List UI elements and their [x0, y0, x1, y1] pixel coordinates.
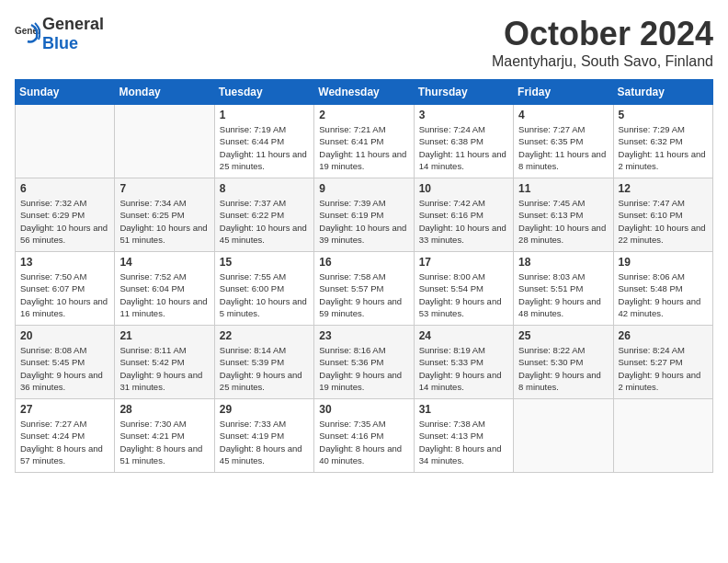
logo-icon: General	[15, 21, 40, 47]
calendar-cell: 24Sunrise: 8:19 AMSunset: 5:33 PMDayligh…	[414, 326, 513, 399]
day-info: Sunrise: 7:39 AMSunset: 6:19 PMDaylight:…	[319, 197, 408, 246]
calendar-cell: 22Sunrise: 8:14 AMSunset: 5:39 PMDayligh…	[214, 326, 313, 399]
day-number: 10	[419, 182, 508, 195]
calendar-cell: 20Sunrise: 8:08 AMSunset: 5:45 PMDayligh…	[16, 326, 115, 399]
day-number: 28	[119, 403, 209, 416]
calendar-cell: 31Sunrise: 7:38 AMSunset: 4:13 PMDayligh…	[414, 399, 513, 473]
calendar-cell: 12Sunrise: 7:47 AMSunset: 6:10 PMDayligh…	[613, 178, 712, 252]
calendar-cell	[514, 399, 613, 473]
calendar-cell: 25Sunrise: 8:22 AMSunset: 5:30 PMDayligh…	[514, 326, 613, 399]
day-info: Sunrise: 7:50 AMSunset: 6:07 PMDaylight:…	[20, 270, 109, 319]
day-number: 13	[20, 256, 109, 269]
day-number: 19	[619, 256, 708, 269]
day-info: Sunrise: 7:34 AMSunset: 6:25 PMDaylight:…	[119, 197, 209, 246]
page-header: General General Blue October 2024 Maenty…	[15, 15, 713, 70]
day-number: 23	[319, 329, 408, 342]
day-number: 4	[518, 109, 608, 121]
day-number: 18	[518, 256, 608, 269]
day-info: Sunrise: 8:08 AMSunset: 5:45 PMDaylight:…	[20, 344, 109, 393]
day-info: Sunrise: 7:58 AMSunset: 5:57 PMDaylight:…	[319, 270, 408, 319]
day-number: 5	[619, 109, 708, 121]
weekday-header-saturday: Saturday	[613, 80, 712, 105]
calendar-cell: 10Sunrise: 7:42 AMSunset: 6:16 PMDayligh…	[414, 178, 513, 252]
calendar-cell: 27Sunrise: 7:27 AMSunset: 4:24 PMDayligh…	[16, 399, 115, 473]
logo-text: General Blue	[42, 15, 104, 53]
day-info: Sunrise: 8:16 AMSunset: 5:36 PMDaylight:…	[319, 344, 408, 393]
day-number: 1	[220, 109, 309, 121]
day-number: 24	[419, 329, 508, 342]
calendar-week-row: 1Sunrise: 7:19 AMSunset: 6:44 PMDaylight…	[16, 105, 713, 178]
logo-general: General	[42, 15, 104, 33]
day-number: 3	[419, 109, 508, 121]
calendar-header: SundayMondayTuesdayWednesdayThursdayFrid…	[16, 80, 713, 105]
calendar-week-row: 13Sunrise: 7:50 AMSunset: 6:07 PMDayligh…	[16, 252, 713, 326]
calendar-cell: 26Sunrise: 8:24 AMSunset: 5:27 PMDayligh…	[613, 326, 712, 399]
day-info: Sunrise: 7:27 AMSunset: 6:35 PMDaylight:…	[518, 123, 608, 172]
calendar-cell: 28Sunrise: 7:30 AMSunset: 4:21 PMDayligh…	[115, 399, 214, 473]
day-info: Sunrise: 7:27 AMSunset: 4:24 PMDaylight:…	[20, 418, 109, 466]
calendar-cell: 15Sunrise: 7:55 AMSunset: 6:00 PMDayligh…	[214, 252, 313, 326]
day-info: Sunrise: 7:42 AMSunset: 6:16 PMDaylight:…	[419, 197, 508, 246]
day-info: Sunrise: 7:33 AMSunset: 4:19 PMDaylight:…	[220, 418, 309, 466]
day-info: Sunrise: 8:11 AMSunset: 5:42 PMDaylight:…	[119, 344, 209, 393]
day-number: 31	[419, 403, 508, 416]
day-info: Sunrise: 7:52 AMSunset: 6:04 PMDaylight:…	[119, 270, 209, 319]
calendar-cell	[115, 105, 214, 178]
logo: General General Blue	[15, 15, 104, 53]
day-info: Sunrise: 8:03 AMSunset: 5:51 PMDaylight:…	[518, 270, 608, 319]
day-info: Sunrise: 7:45 AMSunset: 6:13 PMDaylight:…	[518, 197, 608, 246]
day-info: Sunrise: 7:32 AMSunset: 6:29 PMDaylight:…	[20, 197, 109, 246]
day-number: 11	[518, 182, 608, 195]
day-info: Sunrise: 7:30 AMSunset: 4:21 PMDaylight:…	[119, 418, 209, 466]
day-info: Sunrise: 7:37 AMSunset: 6:22 PMDaylight:…	[220, 197, 309, 246]
calendar-cell: 21Sunrise: 8:11 AMSunset: 5:42 PMDayligh…	[115, 326, 214, 399]
day-number: 20	[20, 329, 109, 342]
weekday-header-monday: Monday	[115, 80, 214, 105]
calendar-cell: 14Sunrise: 7:52 AMSunset: 6:04 PMDayligh…	[115, 252, 214, 326]
day-number: 30	[319, 403, 408, 416]
day-info: Sunrise: 8:24 AMSunset: 5:27 PMDaylight:…	[619, 344, 708, 393]
calendar-cell: 2Sunrise: 7:21 AMSunset: 6:41 PMDaylight…	[314, 105, 414, 178]
weekday-header-sunday: Sunday	[16, 80, 115, 105]
weekday-header-row: SundayMondayTuesdayWednesdayThursdayFrid…	[16, 80, 713, 105]
day-number: 16	[319, 256, 408, 269]
weekday-header-friday: Friday	[514, 80, 613, 105]
calendar-table: SundayMondayTuesdayWednesdayThursdayFrid…	[15, 79, 713, 473]
day-info: Sunrise: 7:19 AMSunset: 6:44 PMDaylight:…	[220, 123, 309, 172]
month-title: October 2024	[492, 15, 713, 53]
day-info: Sunrise: 8:22 AMSunset: 5:30 PMDaylight:…	[518, 344, 608, 393]
day-number: 14	[119, 256, 209, 269]
calendar-cell: 29Sunrise: 7:33 AMSunset: 4:19 PMDayligh…	[214, 399, 313, 473]
calendar-cell: 17Sunrise: 8:00 AMSunset: 5:54 PMDayligh…	[414, 252, 513, 326]
day-info: Sunrise: 8:06 AMSunset: 5:48 PMDaylight:…	[619, 270, 708, 319]
day-info: Sunrise: 7:55 AMSunset: 6:00 PMDaylight:…	[220, 270, 309, 319]
calendar-cell: 9Sunrise: 7:39 AMSunset: 6:19 PMDaylight…	[314, 178, 414, 252]
day-number: 2	[319, 109, 408, 121]
calendar-body: 1Sunrise: 7:19 AMSunset: 6:44 PMDaylight…	[16, 105, 713, 473]
calendar-cell: 11Sunrise: 7:45 AMSunset: 6:13 PMDayligh…	[514, 178, 613, 252]
logo-blue: Blue	[42, 34, 78, 52]
calendar-cell: 23Sunrise: 8:16 AMSunset: 5:36 PMDayligh…	[314, 326, 414, 399]
day-number: 25	[518, 329, 608, 342]
day-number: 17	[419, 256, 508, 269]
weekday-header-wednesday: Wednesday	[314, 80, 414, 105]
day-info: Sunrise: 7:21 AMSunset: 6:41 PMDaylight:…	[319, 123, 408, 172]
calendar-cell: 19Sunrise: 8:06 AMSunset: 5:48 PMDayligh…	[613, 252, 712, 326]
calendar-cell	[16, 105, 115, 178]
calendar-week-row: 27Sunrise: 7:27 AMSunset: 4:24 PMDayligh…	[16, 399, 713, 473]
calendar-cell	[613, 399, 712, 473]
calendar-week-row: 20Sunrise: 8:08 AMSunset: 5:45 PMDayligh…	[16, 326, 713, 399]
day-info: Sunrise: 7:24 AMSunset: 6:38 PMDaylight:…	[419, 123, 508, 172]
day-info: Sunrise: 8:14 AMSunset: 5:39 PMDaylight:…	[220, 344, 309, 393]
day-number: 6	[20, 182, 109, 195]
location-subtitle: Maentyharju, South Savo, Finland	[492, 53, 713, 70]
day-number: 22	[220, 329, 309, 342]
calendar-cell: 1Sunrise: 7:19 AMSunset: 6:44 PMDaylight…	[214, 105, 313, 178]
calendar-week-row: 6Sunrise: 7:32 AMSunset: 6:29 PMDaylight…	[16, 178, 713, 252]
day-number: 15	[220, 256, 309, 269]
day-number: 12	[619, 182, 708, 195]
calendar-cell: 7Sunrise: 7:34 AMSunset: 6:25 PMDaylight…	[115, 178, 214, 252]
day-number: 21	[119, 329, 209, 342]
day-number: 7	[119, 182, 209, 195]
calendar-cell: 30Sunrise: 7:35 AMSunset: 4:16 PMDayligh…	[314, 399, 414, 473]
